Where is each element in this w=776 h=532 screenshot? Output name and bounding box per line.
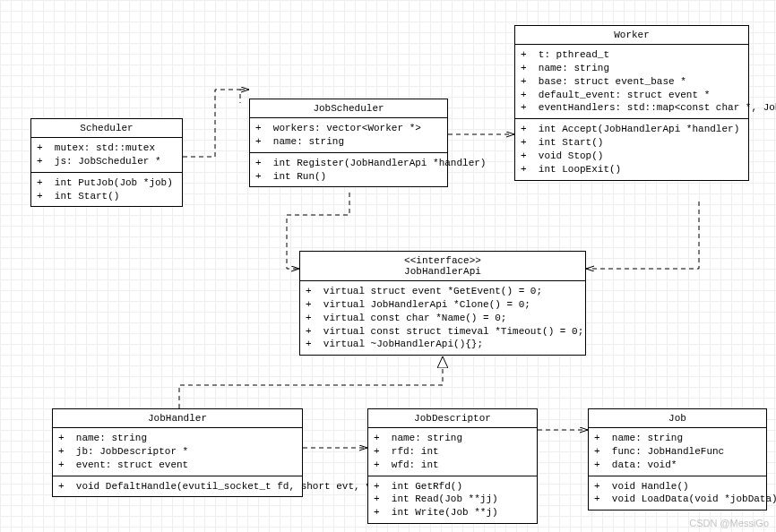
class-ops: + int PutJob(Job *job) + int Start(): [31, 173, 182, 207]
op: + int Accept(JobHandlerApi *handler): [521, 123, 743, 136]
attr: + eventHandlers: std::map<const char *, …: [521, 101, 743, 115]
edge-worker-api: [586, 202, 699, 269]
class-jobhandlerapi: <<interface>> JobHandlerApi + virtual st…: [299, 251, 586, 356]
class-ops: + int Register(JobHandlerApi *handler) +…: [250, 153, 447, 187]
attr: + name: string: [594, 432, 761, 445]
op: + int Register(JobHandlerApi *handler): [255, 157, 442, 170]
class-title: Worker: [515, 26, 748, 45]
attr: + base: struct event_base *: [521, 75, 743, 89]
op: + virtual const char *Name() = 0;: [306, 312, 580, 325]
op: + int GetRfd(): [374, 480, 531, 493]
attr: + func: JobHandleFunc: [594, 445, 761, 459]
op: + virtual struct event *GetEvent() = 0;: [306, 285, 580, 298]
class-attrs: + t: pthread_t + name: string + base: st…: [515, 45, 748, 119]
class-title: JobHandler: [53, 409, 302, 428]
class-ops: + virtual struct event *GetEvent() = 0; …: [300, 281, 585, 355]
attr: + default_event: struct event *: [521, 89, 743, 102]
attr: + workers: vector<Worker *>: [255, 122, 442, 135]
watermark: CSDN @MessiGo: [689, 518, 769, 528]
class-title: Scheduler: [31, 119, 182, 138]
attr: + name: string: [374, 432, 531, 445]
class-ops: + void DefaltHandle(evutil_socket_t fd, …: [53, 476, 302, 497]
op: + void DefaltHandle(evutil_socket_t fd, …: [58, 480, 297, 493]
class-ops: + int GetRfd() + int Read(Job **jj) + in…: [368, 476, 537, 524]
class-ops: + int Accept(JobHandlerApi *handler) + i…: [515, 119, 748, 179]
attr: + wfd: int: [374, 459, 531, 472]
op: + virtual const struct timeval *Timeout(…: [306, 325, 580, 339]
op: + int Write(Job **j): [374, 506, 531, 519]
class-worker: Worker + t: pthread_t + name: string + b…: [514, 25, 749, 181]
op: + int Start(): [521, 136, 743, 150]
op: + virtual ~JobHandlerApi(){};: [306, 338, 580, 351]
op: + virtual JobHandlerApi *Clone() = 0;: [306, 298, 580, 312]
class-jobhandler: JobHandler + name: string + jb: JobDescr…: [52, 408, 303, 497]
class-attrs: + name: string + jb: JobDescriptor * + e…: [53, 428, 302, 476]
op: + int Read(Job **jj): [374, 493, 531, 506]
class-title: JobScheduler: [250, 99, 447, 118]
op: + void Handle(): [594, 480, 761, 493]
class-attrs: + name: string + func: JobHandleFunc + d…: [589, 428, 766, 476]
attr: + name: string: [521, 62, 743, 75]
class-scheduler: Scheduler + mutex: std::mutex + js: JobS…: [30, 118, 183, 207]
attr: + name: string: [58, 432, 297, 445]
class-title: JobDescriptor: [368, 409, 537, 428]
attr: + rfd: int: [374, 445, 531, 459]
stereotype: <<interface>>: [306, 255, 580, 266]
class-attrs: + workers: vector<Worker *> + name: stri…: [250, 118, 447, 153]
class-attrs: + name: string + rfd: int + wfd: int: [368, 428, 537, 476]
class-title: <<interface>> JobHandlerApi: [300, 252, 585, 281]
op: + void LoadData(void *jobData): [594, 493, 761, 506]
op: + int LoopExit(): [521, 163, 743, 176]
attr: + event: struct event: [58, 459, 297, 472]
edge-jobhandler-api: [179, 356, 443, 408]
op: + int Start(): [37, 190, 177, 203]
op: + int PutJob(Job *job): [37, 176, 177, 190]
class-title: Job: [589, 409, 766, 428]
attr: + name: string: [255, 135, 442, 149]
op: + int Run(): [255, 170, 442, 184]
iface-name: JobHandlerApi: [306, 266, 580, 277]
attr: + t: pthread_t: [521, 48, 743, 62]
class-ops: + void Handle() + void LoadData(void *jo…: [589, 476, 766, 511]
attr: + mutex: std::mutex: [37, 142, 177, 155]
attr: + js: JobScheduler *: [37, 155, 177, 168]
op: + void Stop(): [521, 150, 743, 163]
class-job: Job + name: string + func: JobHandleFunc…: [588, 408, 767, 511]
attr: + data: void*: [594, 459, 761, 472]
attr: + jb: JobDescriptor *: [58, 445, 297, 459]
class-jobscheduler: JobScheduler + workers: vector<Worker *>…: [249, 99, 448, 187]
class-attrs: + mutex: std::mutex + js: JobScheduler *: [31, 138, 182, 173]
class-jobdescriptor: JobDescriptor + name: string + rfd: int …: [367, 408, 538, 524]
edge-scheduler-jobscheduler: [183, 90, 240, 157]
